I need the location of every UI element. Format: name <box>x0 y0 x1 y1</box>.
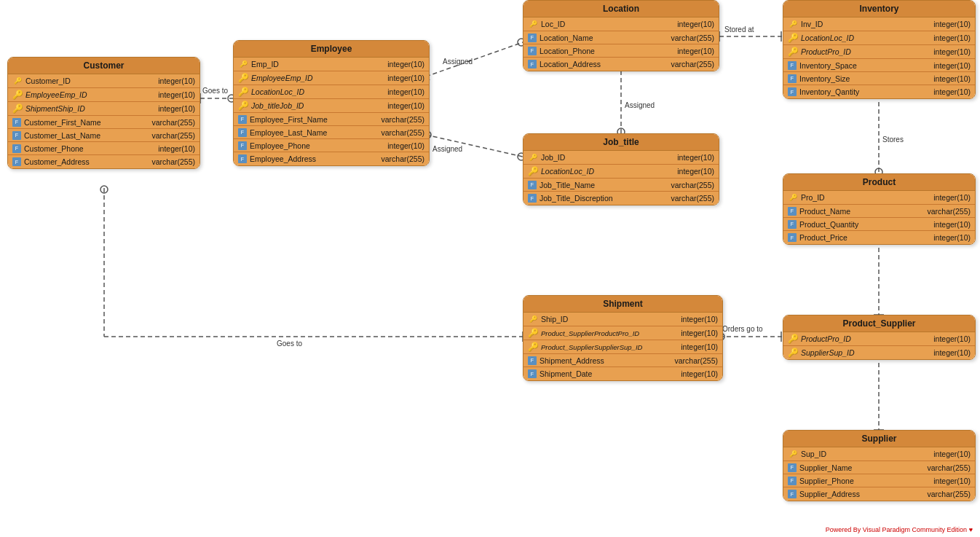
table-row: 🔑 LocationLoc_ID integer(10) <box>234 85 429 99</box>
fk-icon: 🔑 <box>12 90 23 100</box>
field-name: Inventory_Qantity <box>799 87 928 96</box>
svg-line-8 <box>426 135 523 157</box>
table-row: 🔑 Inv_ID integer(10) <box>783 17 975 31</box>
table-row: F Employee_Phone integer(10) <box>234 139 429 152</box>
field-name: Ship_ID <box>541 315 675 324</box>
inventory-table: Inventory 🔑 Inv_ID integer(10) 🔑 Locatio… <box>783 0 976 99</box>
field-name: Inventory_Space <box>799 61 928 70</box>
field-icon: F <box>12 118 21 127</box>
field-type: integer(10) <box>158 104 195 113</box>
table-row: F Inventory_Qantity integer(10) <box>783 85 975 98</box>
field-type: integer(10) <box>933 220 971 229</box>
field-type: integer(10) <box>933 450 971 458</box>
jobtitle-table-body: 🔑 Job_ID integer(10) 🔑 LocationLoc_ID in… <box>523 151 719 205</box>
location-table-body: 🔑 Loc_ID integer(10) F Location_Name var… <box>523 17 719 71</box>
field-name: Product_SupplierSupplierSup_ID <box>541 343 675 351</box>
field-name: Pro_ID <box>801 193 928 202</box>
field-icon: F <box>528 60 537 68</box>
field-icon: F <box>788 490 797 498</box>
svg-point-27 <box>100 186 108 193</box>
field-type: varchar(255) <box>671 194 714 203</box>
field-name: Job_titleJob_ID <box>251 101 382 110</box>
table-row: F Job_Title_Discreption varchar(255) <box>523 192 719 205</box>
field-name: Supplier_Name <box>799 463 921 472</box>
fk-icon: 🔑 <box>12 103 23 114</box>
svg-text:Assigned: Assigned <box>443 58 473 66</box>
field-name: Product_Name <box>799 207 921 216</box>
field-type: integer(10) <box>387 141 424 150</box>
field-type: integer(10) <box>158 144 195 153</box>
table-row: F Customer_Address varchar(255) <box>8 155 199 168</box>
table-row: F Customer_First_Name varchar(255) <box>8 116 199 129</box>
field-name: Product_Price <box>799 233 928 242</box>
watermark: Powered By Visual Paradigm Community Edi… <box>826 526 973 533</box>
customer-table-body: 🔑 Customer_ID integer(10) 🔑 EmployeeEmp_… <box>8 74 199 168</box>
field-type: varchar(255) <box>927 490 971 498</box>
field-icon: F <box>788 87 797 96</box>
field-icon: F <box>788 207 797 216</box>
field-name: LocationLoc_ID <box>251 87 382 96</box>
field-name: Supplier_Phone <box>799 477 928 485</box>
key-icon: 🔑 <box>788 449 798 459</box>
field-type: integer(10) <box>387 60 424 68</box>
key-icon: 🔑 <box>238 59 248 69</box>
table-row: 🔑 LocationLoc_ID integer(10) <box>783 31 975 45</box>
table-row: F Product_Quantity integer(10) <box>783 218 975 231</box>
table-row: 🔑 Ship_ID integer(10) <box>523 313 722 326</box>
field-type: varchar(255) <box>381 128 424 137</box>
field-type: varchar(255) <box>927 207 971 216</box>
field-icon: F <box>788 477 797 485</box>
table-row: 🔑 Emp_ID integer(10) <box>234 58 429 71</box>
table-row: F Employee_First_Name varchar(255) <box>234 113 429 126</box>
table-row: F Location_Address varchar(255) <box>523 58 719 71</box>
field-icon: F <box>788 61 797 70</box>
field-name: Customer_ID <box>25 77 152 85</box>
table-row: 🔑 EmployeeEmp_ID integer(10) <box>234 71 429 85</box>
product-supplier-table-header: Product_Supplier <box>783 315 975 332</box>
field-name: Location_Phone <box>540 47 671 55</box>
field-icon: F <box>528 181 537 189</box>
jobtitle-table-header: Job_title <box>523 134 719 151</box>
field-icon: F <box>788 233 797 242</box>
key-icon: 🔑 <box>788 192 798 203</box>
field-type: integer(10) <box>158 90 195 99</box>
field-type: integer(10) <box>933 47 971 56</box>
field-name: Shipment_Address <box>540 356 668 365</box>
field-type: varchar(255) <box>671 181 714 189</box>
field-name: Product_Quantity <box>799 220 928 229</box>
table-row: 🔑 ShipmentShip_ID integer(10) <box>8 102 199 116</box>
table-row: 🔑 Job_ID integer(10) <box>523 151 719 165</box>
fk-icon: 🔑 <box>238 73 248 83</box>
table-row: 🔑 EmployeeEmp_ID integer(10) <box>8 88 199 102</box>
supplier-table-header: Supplier <box>783 431 975 447</box>
field-name: ShipmentShip_ID <box>25 104 152 113</box>
product-table: Product 🔑 Pro_ID integer(10) F Product_N… <box>783 173 976 245</box>
supplier-table: Supplier 🔑 Sup_ID integer(10) F Supplier… <box>783 430 976 501</box>
table-row: F Employee_Last_Name varchar(255) <box>234 126 429 139</box>
field-name: LocationLoc_ID <box>801 34 928 42</box>
table-row: 🔑 LocationLoc_ID integer(10) <box>523 165 719 179</box>
field-type: integer(10) <box>158 77 195 85</box>
table-row: 🔑 ProductPro_ID integer(10) <box>783 45 975 59</box>
shipment-table-body: 🔑 Ship_ID integer(10) 🔑 Product_Supplier… <box>523 313 722 380</box>
field-name: Customer_Last_Name <box>24 131 146 140</box>
inventory-table-body: 🔑 Inv_ID integer(10) 🔑 LocationLoc_ID in… <box>783 17 975 98</box>
field-icon: F <box>528 369 537 378</box>
svg-text:Stored at: Stored at <box>724 26 754 34</box>
field-name: Loc_ID <box>541 20 671 28</box>
customer-table: Customer 🔑 Customer_ID integer(10) 🔑 Emp… <box>7 57 200 169</box>
table-row: F Product_Name varchar(255) <box>783 205 975 218</box>
svg-text:Goes to: Goes to <box>202 87 228 95</box>
table-row: F Inventory_Size integer(10) <box>783 72 975 85</box>
field-type: varchar(255) <box>674 356 718 365</box>
key-icon: 🔑 <box>528 152 538 162</box>
field-type: integer(10) <box>677 153 714 162</box>
table-row: F Shipment_Date integer(10) <box>523 367 722 380</box>
key-icon: 🔑 <box>528 19 538 29</box>
table-row: 🔑 Job_titleJob_ID integer(10) <box>234 99 429 113</box>
field-name: Product_SupplierProductPro_ID <box>541 329 675 337</box>
employee-table-body: 🔑 Emp_ID integer(10) 🔑 EmployeeEmp_ID in… <box>234 58 429 165</box>
field-icon: F <box>528 356 537 365</box>
field-icon: F <box>788 220 797 229</box>
field-type: integer(10) <box>933 20 971 28</box>
